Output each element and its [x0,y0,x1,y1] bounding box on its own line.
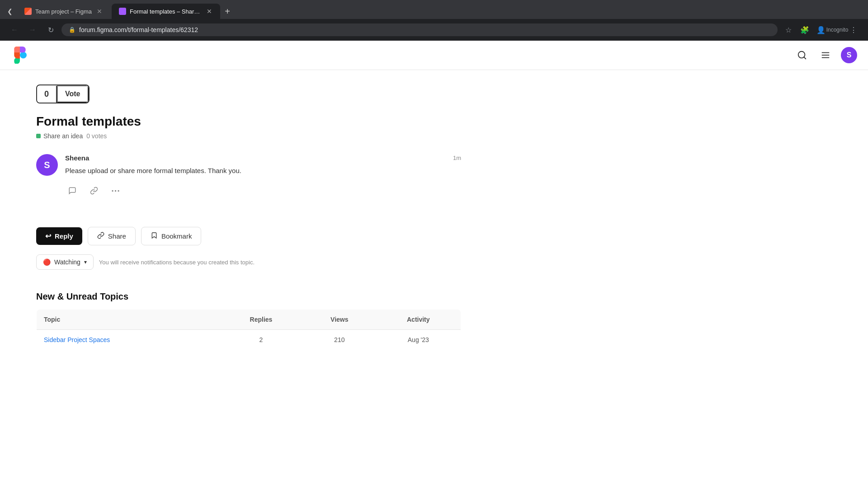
menu-icon[interactable] [817,47,834,63]
user-avatar[interactable]: S [841,47,857,63]
reload-button[interactable]: ↻ [43,23,58,37]
tab-1-close[interactable]: ✕ [95,7,104,15]
col-views: Views [303,310,376,330]
watching-label: Watching [54,258,80,266]
action-bar: ↩ Reply Share Bookmark [36,227,461,245]
tab-1-favicon [24,8,32,15]
table-row: Sidebar Project Spaces 2 210 Aug '23 [37,330,461,350]
bookmark-button[interactable]: Bookmark [141,227,202,245]
extensions-icon[interactable]: 🧩 [797,23,812,37]
forward-button[interactable]: → [25,23,40,37]
views-cell: 210 [303,330,376,350]
vote-button[interactable]: Vote [57,85,88,103]
topic-meta: Share an idea 0 votes [36,132,461,140]
col-topic: Topic [37,310,219,330]
topics-section: New & Unread Topics Topic Replies Views … [36,291,461,350]
topics-table: Topic Replies Views Activity Sidebar Pro… [36,309,461,350]
post-comment-icon[interactable] [65,183,80,198]
post: S Sheena 1m Please upload or share more … [36,154,461,212]
section-title: New & Unread Topics [36,291,461,302]
watching-alert-icon: 🔴 [43,258,51,266]
replies-cell: 2 [219,330,303,350]
tab-2-title: Formal templates – Share an id... [130,8,202,15]
tab-2-close[interactable]: ✕ [206,7,213,15]
category-name: Share an idea [43,132,83,140]
figma-logo[interactable] [11,46,29,64]
bookmark-label: Bookmark [161,232,192,240]
tab-2-favicon [119,8,126,15]
post-text: Please upload or share more formal templ… [65,165,461,176]
post-actions: ··· [65,183,461,198]
header-actions: S [794,47,857,63]
topic-category: Share an idea [36,132,83,140]
bookmark-icon [151,232,158,240]
url-display: forum.figma.com/t/formal-templates/62312 [79,26,198,33]
reply-label: Reply [55,232,73,240]
browser-tab-bar: ❮ Team project – Figma ✕ Formal template… [0,0,868,19]
post-author: Sheena [65,154,89,162]
activity-cell: Aug '23 [376,330,461,350]
topic-title: Formal templates [36,114,461,129]
back-button[interactable]: ← [7,23,22,37]
watching-button[interactable]: 🔴 Watching ▾ [36,254,94,270]
post-time: 1m [453,155,461,161]
tab-list-button[interactable]: ❮ [4,5,16,18]
vote-count: 0 [37,86,57,103]
reply-icon: ↩ [45,232,51,240]
lock-icon: 🔒 [69,27,75,33]
more-options-icon[interactable]: ⋮ [846,23,861,37]
col-activity: Activity [376,310,461,330]
site-header: S [0,41,868,70]
page: S 0 Vote Formal templates Share an idea … [0,41,868,488]
address-bar[interactable]: 🔒 forum.figma.com/t/formal-templates/623… [61,23,778,36]
share-button[interactable]: Share [88,227,136,245]
reply-button[interactable]: ↩ Reply [36,227,82,245]
bookmark-star-icon[interactable]: ☆ [781,23,796,37]
svg-line-1 [804,57,806,59]
topic-cell: Sidebar Project Spaces [37,330,219,350]
search-icon[interactable] [794,47,810,63]
incognito-label: Incognito [830,23,844,37]
post-avatar: S [36,154,58,176]
post-body: Sheena 1m Please upload or share more fo… [65,154,461,198]
new-tab-button[interactable]: + [221,5,234,18]
table-header-row: Topic Replies Views Activity [37,310,461,330]
category-dot [36,134,41,138]
browser-tab-2[interactable]: Formal templates – Share an id... ✕ [112,4,220,19]
col-replies: Replies [219,310,303,330]
share-label: Share [108,232,126,240]
watching-dropdown-icon: ▾ [84,259,87,265]
post-link-icon[interactable] [87,183,101,198]
votes-meta: 0 votes [86,132,107,140]
watching-note: You will receive notifications because y… [99,259,255,266]
topic-link[interactable]: Sidebar Project Spaces [44,336,110,343]
watching-bar: 🔴 Watching ▾ You will receive notificati… [36,254,461,270]
browser-toolbar: ← → ↻ 🔒 forum.figma.com/t/formal-templat… [0,19,868,41]
main-content: 0 Vote Formal templates Share an idea 0 … [0,70,497,365]
share-icon [97,232,104,240]
post-header: Sheena 1m [65,154,461,162]
toolbar-actions: ☆ 🧩 👤 Incognito ⋮ [781,23,861,37]
post-more-icon[interactable]: ··· [108,183,123,198]
browser-tab-1[interactable]: Team project – Figma ✕ [17,4,111,19]
tab-1-title: Team project – Figma [35,8,92,15]
vote-box: 0 Vote [36,84,90,103]
